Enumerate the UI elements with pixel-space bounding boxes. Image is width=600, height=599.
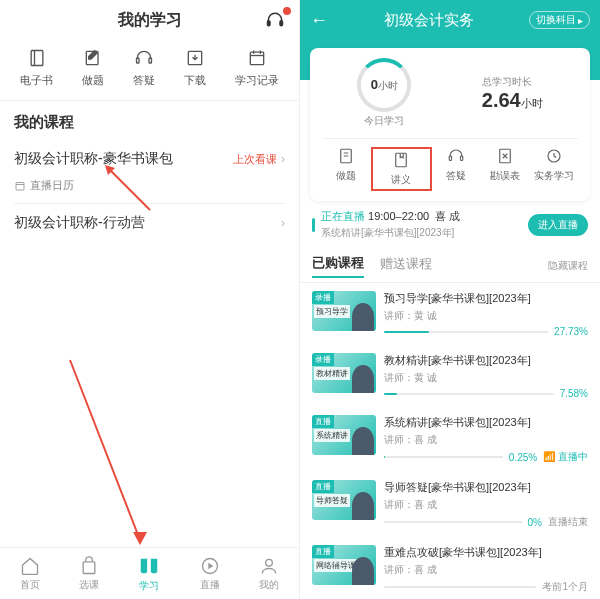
page-title: 初级会计实务: [328, 11, 529, 30]
live-indicator-icon: [312, 218, 315, 232]
tab-me[interactable]: 我的: [259, 556, 279, 592]
hide-courses-link[interactable]: 隐藏课程: [548, 259, 588, 273]
page-title: 我的学习: [118, 10, 182, 31]
course-thumbnail: 录播 预习导学: [312, 291, 376, 331]
tab-gifted[interactable]: 赠送课程: [380, 255, 432, 277]
bottom-tab-bar: 首页 选课 学习 直播 我的: [0, 547, 299, 599]
course-status: 直播结束: [548, 515, 588, 529]
course-item[interactable]: 初级会计职称-行动营 ›: [0, 204, 299, 242]
live-calendar-link[interactable]: 直播日历: [0, 178, 299, 203]
thumb-tag: 直播: [312, 480, 334, 493]
course-teacher: 讲师：黄 诚: [384, 309, 588, 323]
progress-bar: [384, 586, 536, 588]
course-status: 📶 直播中: [543, 450, 588, 464]
thumb-tag: 直播: [312, 545, 334, 558]
live-time: 19:00–22:00: [368, 210, 429, 222]
tab-label: 选课: [79, 578, 99, 592]
stab-practice[interactable]: 实务学习: [529, 147, 578, 191]
course-status: 考前1个月: [542, 580, 588, 594]
tab-study[interactable]: 学习: [138, 555, 160, 593]
today-value: 0: [371, 77, 378, 92]
total-label: 总学习时长: [482, 75, 532, 89]
course-thumbnail: 录播 教材精讲: [312, 353, 376, 393]
stab-exercise[interactable]: 做题: [322, 147, 371, 191]
course-item[interactable]: 初级会计职称-豪华书课包 上次看课 ›: [0, 140, 299, 178]
course-thumbnail: 直播 导师答疑: [312, 480, 376, 520]
stab-notes[interactable]: 讲义: [371, 147, 432, 191]
nav-label: 做题: [82, 73, 104, 88]
right-panel: ← 初级会计实务 切换科目 ▸ 0小时 今日学习 总学习时长 2.64小时 做题: [300, 0, 600, 599]
stab-qa[interactable]: 答疑: [432, 147, 481, 191]
support-icon[interactable]: [265, 10, 285, 30]
nav-label: 电子书: [20, 73, 53, 88]
tab-purchased[interactable]: 已购课程: [312, 254, 364, 278]
notification-badge: [283, 7, 291, 15]
tab-label: 直播: [200, 578, 220, 592]
thumb-tag: 录播: [312, 291, 334, 304]
last-watched-label: 上次看课: [233, 152, 277, 167]
nav-download[interactable]: 下载: [184, 48, 206, 88]
svg-marker-17: [133, 532, 147, 545]
nav-qa[interactable]: 答疑: [133, 48, 155, 88]
stab-label: 讲义: [391, 173, 411, 187]
avatar: [352, 427, 374, 455]
svg-rect-1: [280, 21, 283, 26]
left-panel: 我的学习 电子书 做题 答疑 下载 学习记录 我的课程 初级会计职称-豪华书课包: [0, 0, 300, 599]
thumb-tag: 直播: [312, 415, 334, 428]
nav-exercise[interactable]: 做题: [82, 48, 104, 88]
stab-label: 实务学习: [534, 169, 574, 183]
course-name: 初级会计职称-豪华书课包: [14, 150, 173, 168]
course-thumbnail: 直播 网络辅导课程: [312, 545, 376, 585]
stab-errata[interactable]: 勘误表: [480, 147, 529, 191]
live-bar: 正在直播 19:00–22:00 喜 成 系统精讲[豪华书课包][2023年] …: [300, 201, 600, 248]
course-item[interactable]: 录播 预习导学 预习导学[豪华书课包][2023年] 讲师：黄 诚 27.73%: [300, 283, 600, 345]
course-name: 系统精讲[豪华书课包][2023年]: [384, 415, 588, 430]
back-button[interactable]: ←: [310, 10, 328, 31]
tab-courses[interactable]: 选课: [79, 556, 99, 592]
progress-bar: [384, 393, 554, 395]
course-tabs: 已购课程 赠送课程 隐藏课程: [300, 248, 600, 283]
svg-rect-0: [268, 21, 271, 26]
course-item[interactable]: 直播 系统精讲 系统精讲[豪华书课包][2023年] 讲师：喜 成 0.25% …: [300, 407, 600, 472]
switch-subject-button[interactable]: 切换科目 ▸: [529, 11, 590, 29]
enter-live-button[interactable]: 进入直播: [528, 214, 588, 236]
book-icon: [27, 48, 47, 68]
stab-label: 答疑: [446, 169, 466, 183]
tab-label: 学习: [139, 579, 159, 593]
course-list[interactable]: 录播 预习导学 预习导学[豪华书课包][2023年] 讲师：黄 诚 27.73%…: [300, 283, 600, 599]
nav-label: 下载: [184, 73, 206, 88]
download-icon: [185, 48, 205, 68]
tab-home[interactable]: 首页: [20, 556, 40, 592]
live-teacher: 喜 成: [435, 210, 460, 222]
svg-marker-20: [208, 562, 213, 569]
tab-live[interactable]: 直播: [200, 556, 220, 592]
stats-card: 0小时 今日学习 总学习时长 2.64小时 做题 讲义 答疑: [310, 48, 590, 201]
thumb-text: 系统精讲: [314, 429, 350, 442]
thumb-text: 导师答疑: [314, 494, 350, 507]
nav-label: 答疑: [133, 73, 155, 88]
section-title: 我的课程: [0, 101, 299, 140]
course-item[interactable]: 录播 教材精讲 教材精讲[豪华书课包][2023年] 讲师：黄 诚 7.58%: [300, 345, 600, 407]
nav-ebook[interactable]: 电子书: [20, 48, 53, 88]
left-top-nav: 电子书 做题 答疑 下载 学习记录: [0, 40, 299, 101]
left-header: 我的学习: [0, 0, 299, 40]
avatar: [352, 492, 374, 520]
thumb-tag: 录播: [312, 353, 334, 366]
course-name: 重难点攻破[豪华书课包][2023年]: [384, 545, 588, 560]
course-teacher: 讲师：喜 成: [384, 433, 588, 447]
chevron-right-icon: ›: [281, 152, 285, 166]
progress-pct: 7.58%: [560, 388, 588, 399]
course-name: 导师答疑[豪华书课包][2023年]: [384, 480, 588, 495]
svg-line-16: [70, 360, 140, 540]
right-header: ← 初级会计实务 切换科目 ▸: [300, 0, 600, 40]
avatar: [352, 557, 374, 585]
course-item[interactable]: 直播 网络辅导课程 重难点攻破[豪华书课包][2023年] 讲师：喜 成 考前1…: [300, 537, 600, 599]
today-label: 今日学习: [357, 114, 411, 128]
headset-icon: [134, 48, 154, 68]
progress-bar: [384, 331, 548, 333]
progress-bar: [384, 521, 522, 523]
course-teacher: 讲师：黄 诚: [384, 371, 588, 385]
progress-bar: [384, 456, 503, 458]
course-item[interactable]: 直播 导师答疑 导师答疑[豪华书课包][2023年] 讲师：喜 成 0% 直播结…: [300, 472, 600, 537]
nav-history[interactable]: 学习记录: [235, 48, 279, 88]
